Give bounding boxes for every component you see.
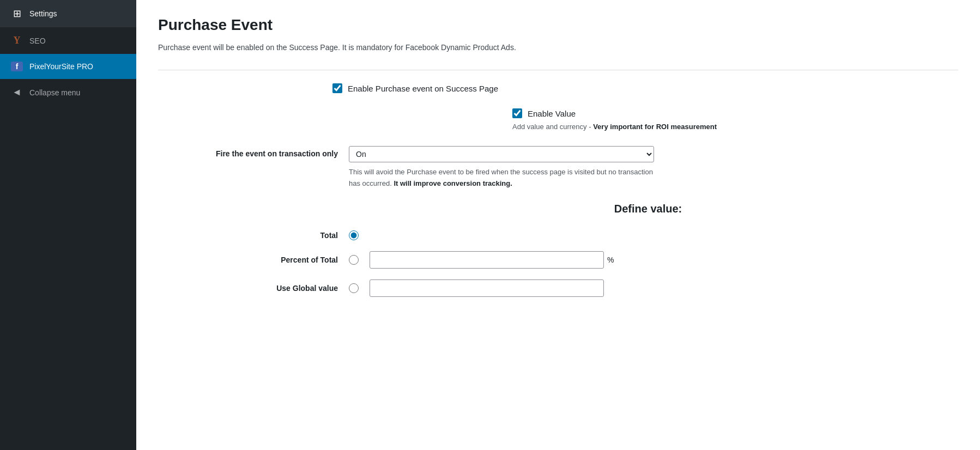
global-radio[interactable] [349, 283, 359, 293]
sidebar-item-label: PixelYourSite PRO [29, 62, 93, 71]
fire-transaction-help: This will avoid the Purchase event to be… [349, 167, 654, 190]
percent-symbol: % [607, 256, 614, 264]
collapse-icon: ◄ [11, 87, 23, 98]
sidebar-item-label: Collapse menu [29, 88, 80, 97]
percent-radio-row: Percent of Total % [158, 251, 958, 269]
sidebar-item-settings[interactable]: ⊞ Settings [0, 0, 136, 27]
percent-input-wrapper: % [370, 251, 958, 269]
sidebar-item-label: SEO [29, 37, 46, 45]
fire-transaction-label: Fire the event on transaction only [158, 146, 338, 158]
sidebar-item-label: Settings [29, 9, 57, 18]
page-title: Purchase Event [158, 16, 958, 34]
section-divider-top [158, 70, 958, 70]
global-radio-row: Use Global value [158, 279, 958, 297]
fire-transaction-select[interactable]: On Off [349, 146, 654, 162]
value-description: Add value and currency - Very important … [512, 123, 958, 131]
sidebar-item-collapse[interactable]: ◄ Collapse menu [0, 79, 136, 106]
enable-purchase-row: Enable Purchase event on Success Page [332, 83, 958, 93]
sidebar-item-seo[interactable]: Y SEO [0, 27, 136, 54]
percent-radio[interactable] [349, 255, 359, 265]
global-input[interactable] [370, 279, 604, 297]
enable-value-label[interactable]: Enable Value [528, 109, 576, 118]
facebook-icon: f [11, 62, 23, 71]
total-label: Total [158, 231, 338, 240]
sidebar: ⊞ Settings Y SEO f PixelYourSite PRO ◄ C… [0, 0, 136, 450]
sidebar-item-pixelyoursite[interactable]: f PixelYourSite PRO [0, 54, 136, 79]
total-radio-row: Total [158, 230, 958, 240]
fire-transaction-row: Fire the event on transaction only On Of… [158, 146, 958, 190]
enable-purchase-checkbox[interactable] [332, 83, 342, 93]
enable-purchase-label[interactable]: Enable Purchase event on Success Page [348, 84, 498, 93]
percent-label: Percent of Total [158, 256, 338, 264]
define-value-title: Define value: [338, 203, 958, 215]
percent-input[interactable] [370, 251, 604, 269]
main-content: Purchase Event Purchase event will be en… [136, 0, 980, 450]
seo-icon: Y [11, 35, 23, 46]
page-description: Purchase event will be enabled on the Su… [158, 41, 958, 53]
settings-icon: ⊞ [11, 8, 23, 20]
enable-value-row: Enable Value [512, 108, 958, 118]
global-input-wrapper [370, 279, 958, 297]
total-radio[interactable] [349, 230, 359, 240]
enable-value-checkbox[interactable] [512, 108, 522, 118]
enable-value-section: Enable Value Add value and currency - Ve… [512, 108, 958, 131]
global-label: Use Global value [158, 284, 338, 293]
fire-transaction-control: On Off This will avoid the Purchase even… [349, 146, 654, 190]
